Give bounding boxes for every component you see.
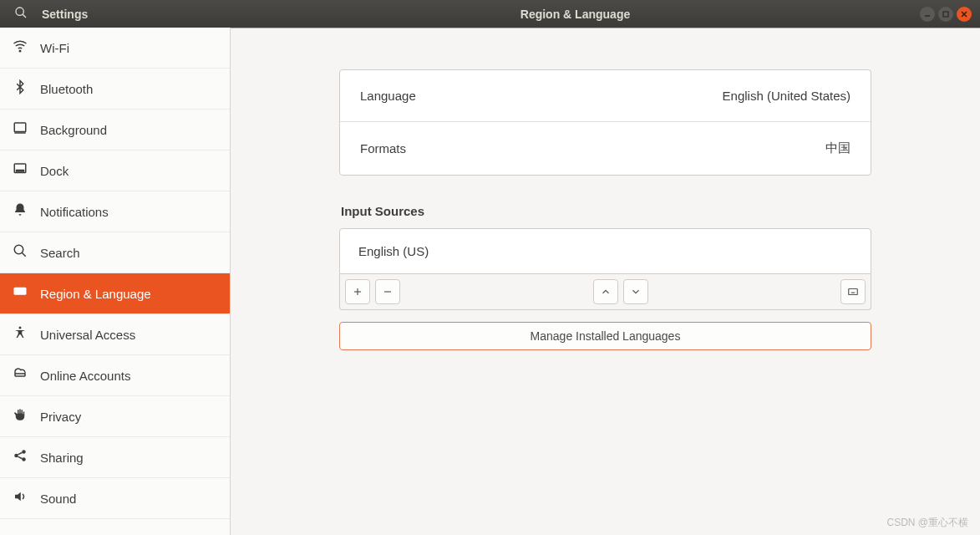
formats-label: Formats — [360, 141, 406, 155]
language-row[interactable]: Language English (United States) — [340, 70, 871, 121]
background-icon — [12, 120, 28, 139]
bell-icon — [12, 202, 28, 221]
sidebar-item-search[interactable]: Search — [0, 232, 230, 273]
maximize-button[interactable] — [938, 7, 953, 22]
sidebar-item-label: Sound — [40, 492, 76, 506]
svg-line-12 — [22, 252, 26, 257]
minimize-button[interactable] — [920, 7, 935, 22]
dock-icon — [12, 161, 28, 180]
svg-line-19 — [18, 452, 22, 455]
sidebar-item-label: Search — [40, 246, 80, 260]
main-content: Language English (United States) Formats… — [231, 28, 980, 535]
svg-point-0 — [16, 8, 23, 15]
sidebar-item-region-language[interactable]: Region & Language — [0, 273, 230, 314]
formats-row[interactable]: Formats 中国 — [340, 121, 871, 175]
search-icon[interactable] — [12, 6, 30, 22]
close-button[interactable] — [957, 7, 972, 22]
language-label: Language — [360, 89, 416, 103]
sidebar-item-label: Online Accounts — [40, 369, 130, 383]
svg-line-1 — [23, 14, 26, 18]
remove-input-source-button[interactable] — [375, 279, 400, 304]
svg-point-16 — [14, 454, 18, 458]
sidebar-item-sharing[interactable]: Sharing — [0, 437, 230, 478]
sidebar-item-sound[interactable]: Sound — [0, 478, 230, 519]
sidebar-item-label: Dock — [40, 164, 69, 178]
input-sources-title: Input Sources — [341, 204, 871, 218]
watermark: CSDN @重心不横 — [886, 516, 968, 530]
svg-point-18 — [22, 457, 26, 461]
svg-point-15 — [19, 327, 22, 329]
svg-point-14 — [16, 289, 20, 293]
sidebar-item-bluetooth[interactable]: Bluetooth — [0, 69, 230, 110]
sidebar-item-label: Wi-Fi — [40, 41, 69, 55]
svg-rect-7 — [14, 123, 26, 132]
accessibility-icon — [12, 325, 28, 344]
input-source-item[interactable]: English (US) — [340, 229, 871, 273]
sidebar-item-background[interactable]: Background — [0, 110, 230, 150]
speaker-icon — [12, 489, 28, 507]
sidebar-item-label: Region & Language — [40, 287, 151, 301]
language-formats-panel: Language English (United States) Formats… — [339, 69, 871, 176]
language-value: English (United States) — [723, 89, 851, 103]
sidebar-item-privacy[interactable]: Privacy — [0, 396, 230, 437]
flag-icon — [12, 284, 28, 303]
svg-point-11 — [14, 245, 23, 254]
sidebar-item-label: Universal Access — [40, 328, 135, 342]
sidebar-item-label: Background — [40, 123, 107, 137]
share-icon — [12, 448, 28, 466]
svg-rect-3 — [943, 12, 948, 17]
keyboard-layout-button[interactable] — [840, 279, 866, 304]
cloud-icon — [12, 366, 28, 385]
sidebar-item-notifications[interactable]: Notifications — [0, 191, 230, 232]
input-sources-list: English (US) — [339, 228, 871, 274]
sidebar-item-universal-access[interactable]: Universal Access — [0, 314, 230, 355]
sidebar-item-label: Notifications — [40, 205, 109, 219]
sidebar: Wi-FiBluetoothBackgroundDockNotification… — [0, 28, 231, 535]
sidebar-item-label: Sharing — [40, 451, 84, 465]
bluetooth-icon — [12, 79, 28, 98]
svg-rect-24 — [849, 289, 858, 295]
page-title: Region & Language — [231, 8, 920, 21]
svg-line-20 — [18, 456, 22, 459]
hand-icon — [12, 407, 28, 425]
sidebar-item-wifi[interactable]: Wi-Fi — [0, 28, 230, 69]
manage-installed-languages-button[interactable]: Manage Installed Languages — [339, 322, 871, 350]
svg-point-17 — [22, 450, 26, 454]
move-up-button[interactable] — [593, 279, 618, 304]
move-down-button[interactable] — [623, 279, 648, 304]
sidebar-item-dock[interactable]: Dock — [0, 150, 230, 191]
add-input-source-button[interactable] — [345, 279, 370, 304]
app-title: Settings — [42, 8, 88, 21]
formats-value: 中国 — [825, 140, 851, 156]
wifi-icon — [12, 38, 28, 57]
svg-rect-10 — [17, 171, 24, 172]
search-icon — [12, 243, 28, 262]
titlebar: Settings Region & Language — [0, 0, 980, 28]
input-sources-toolbar — [339, 274, 871, 310]
svg-point-6 — [19, 50, 21, 52]
sidebar-item-label: Privacy — [40, 410, 81, 424]
sidebar-item-label: Bluetooth — [40, 82, 93, 96]
sidebar-item-online-accounts[interactable]: Online Accounts — [0, 355, 230, 396]
